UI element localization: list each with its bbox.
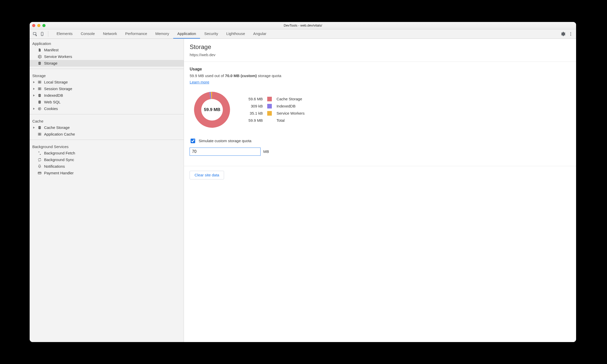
sidebar-item-payment-handler[interactable]: Payment Handler bbox=[30, 170, 184, 176]
tab-security[interactable]: Security bbox=[200, 29, 222, 39]
usage-prefix: 59.9 MB used out of bbox=[190, 74, 225, 78]
svg-point-26 bbox=[40, 109, 40, 109]
storage-legend: 59.6 MBCache Storage309 kBIndexedDB35.1 … bbox=[245, 97, 305, 123]
sidebar-section-cache: Cache bbox=[30, 116, 184, 124]
sidebar-item-label: Cache Storage bbox=[44, 125, 69, 130]
sidebar-item-label: Local Storage bbox=[44, 80, 68, 84]
gear-icon bbox=[37, 54, 42, 59]
caret-right-icon[interactable] bbox=[33, 107, 35, 110]
learn-more-link[interactable]: Learn more bbox=[190, 80, 209, 84]
legend-total-swatch bbox=[267, 118, 272, 123]
minimize-icon[interactable] bbox=[37, 24, 40, 27]
sidebar-item-label: Manifest bbox=[44, 48, 59, 52]
sidebar-item-label: IndexedDB bbox=[44, 93, 63, 98]
sidebar-item-label: Service Workers bbox=[44, 54, 72, 59]
svg-rect-31 bbox=[38, 133, 40, 134]
sidebar-item-session-storage[interactable]: Session Storage bbox=[30, 86, 184, 92]
usage-quota-bold: 70.0 MB (custom) bbox=[225, 74, 257, 78]
svg-rect-15 bbox=[38, 89, 40, 90]
close-icon[interactable] bbox=[32, 24, 35, 27]
sidebar-item-manifest[interactable]: Manifest bbox=[30, 47, 184, 53]
gear-icon[interactable] bbox=[560, 31, 566, 37]
sidebar-item-indexeddb[interactable]: IndexedDB bbox=[30, 92, 184, 99]
svg-point-25 bbox=[40, 108, 40, 108]
device-toggle-icon[interactable] bbox=[39, 31, 45, 37]
sidebar-item-label: Notifications bbox=[44, 164, 65, 168]
sidebar-item-label: Storage bbox=[44, 61, 57, 65]
sidebar-item-label: Application Cache bbox=[44, 132, 75, 136]
sidebar-item-web-sql[interactable]: Web SQL bbox=[30, 99, 184, 105]
tab-elements[interactable]: Elements bbox=[52, 29, 77, 39]
svg-point-30 bbox=[39, 127, 41, 128]
sidebar-item-cookies[interactable]: Cookies bbox=[30, 105, 184, 112]
database-icon bbox=[37, 61, 42, 66]
grid-icon bbox=[37, 87, 42, 91]
application-sidebar[interactable]: ApplicationManifestService WorkersStorag… bbox=[30, 39, 184, 342]
sidebar-item-cache-storage[interactable]: Cache Storage bbox=[30, 124, 184, 131]
sidebar-item-label: Background Fetch bbox=[44, 151, 75, 155]
window-controls bbox=[32, 24, 50, 27]
simulate-quota-label[interactable]: Simulate custom storage quota bbox=[199, 139, 251, 143]
svg-rect-13 bbox=[38, 88, 40, 88]
svg-rect-12 bbox=[40, 82, 41, 83]
quota-input[interactable] bbox=[190, 148, 261, 156]
storage-donut-chart: 59.9 MB bbox=[190, 87, 235, 132]
caret-right-icon[interactable] bbox=[33, 81, 35, 83]
svg-rect-14 bbox=[40, 88, 41, 88]
maximize-icon[interactable] bbox=[42, 24, 45, 27]
divider bbox=[30, 69, 184, 69]
legend-name: Cache Storage bbox=[276, 97, 305, 101]
divider bbox=[30, 140, 184, 140]
usage-summary: 59.9 MB used out of 70.0 MB (custom) sto… bbox=[190, 74, 570, 78]
svg-point-24 bbox=[39, 108, 40, 108]
devtools-window: DevTools - web.dev/vitals/ bbox=[30, 22, 576, 342]
clear-site-data-button[interactable]: Clear site data bbox=[190, 171, 224, 179]
caret-right-icon[interactable] bbox=[33, 94, 35, 97]
window-title: DevTools - web.dev/vitals/ bbox=[50, 23, 555, 27]
tab-application[interactable]: Application bbox=[173, 29, 200, 39]
sidebar-item-background-fetch[interactable]: Background Fetch bbox=[30, 150, 184, 156]
element-picker-icon[interactable] bbox=[32, 31, 38, 37]
origin-label: https://web.dev bbox=[190, 53, 570, 57]
sidebar-item-service-workers[interactable]: Service Workers bbox=[30, 53, 184, 60]
kebab-menu-icon[interactable] bbox=[568, 31, 574, 37]
tab-lighthouse[interactable]: Lighthouse bbox=[222, 29, 249, 39]
caret-right-icon[interactable] bbox=[33, 126, 35, 129]
svg-rect-36 bbox=[38, 173, 41, 173]
sidebar-item-background-sync[interactable]: Background Sync bbox=[30, 156, 184, 163]
sidebar-item-local-storage[interactable]: Local Storage bbox=[30, 79, 184, 86]
svg-point-27 bbox=[39, 109, 39, 109]
tab-console[interactable]: Console bbox=[77, 29, 99, 39]
legend-name: Service Workers bbox=[276, 111, 305, 115]
sidebar-item-application-cache[interactable]: Application Cache bbox=[30, 131, 184, 138]
sidebar-item-storage[interactable]: Storage bbox=[30, 60, 184, 67]
svg-rect-32 bbox=[40, 133, 41, 134]
svg-point-23 bbox=[38, 107, 41, 110]
sidebar-item-label: Background Sync bbox=[44, 157, 74, 162]
svg-point-3 bbox=[570, 32, 571, 33]
legend-total-size: 59.9 MB bbox=[245, 118, 263, 123]
tab-angular[interactable]: Angular bbox=[249, 29, 271, 39]
simulate-quota-checkbox[interactable] bbox=[191, 139, 195, 143]
sidebar-item-notifications[interactable]: Notifications bbox=[30, 163, 184, 170]
donut-center-label: 59.9 MB bbox=[190, 87, 235, 132]
svg-point-4 bbox=[570, 33, 571, 34]
svg-rect-16 bbox=[40, 89, 41, 90]
sidebar-section-storage: Storage bbox=[30, 71, 184, 79]
legend-size: 35.1 kB bbox=[245, 111, 263, 115]
legend-swatch bbox=[267, 111, 272, 116]
file-icon bbox=[37, 48, 42, 52]
card-icon bbox=[37, 171, 42, 175]
database-icon bbox=[37, 93, 42, 98]
sync-icon bbox=[37, 157, 42, 162]
caret-right-icon[interactable] bbox=[33, 88, 35, 90]
tab-memory[interactable]: Memory bbox=[151, 29, 173, 39]
tab-performance[interactable]: Performance bbox=[121, 29, 151, 39]
tab-network[interactable]: Network bbox=[99, 29, 121, 39]
svg-point-8 bbox=[39, 63, 41, 64]
legend-size: 309 kB bbox=[245, 104, 263, 108]
bell-icon bbox=[37, 164, 42, 169]
legend-name: IndexedDB bbox=[276, 104, 305, 108]
divider bbox=[30, 114, 184, 114]
sidebar-item-label: Session Storage bbox=[44, 87, 72, 91]
